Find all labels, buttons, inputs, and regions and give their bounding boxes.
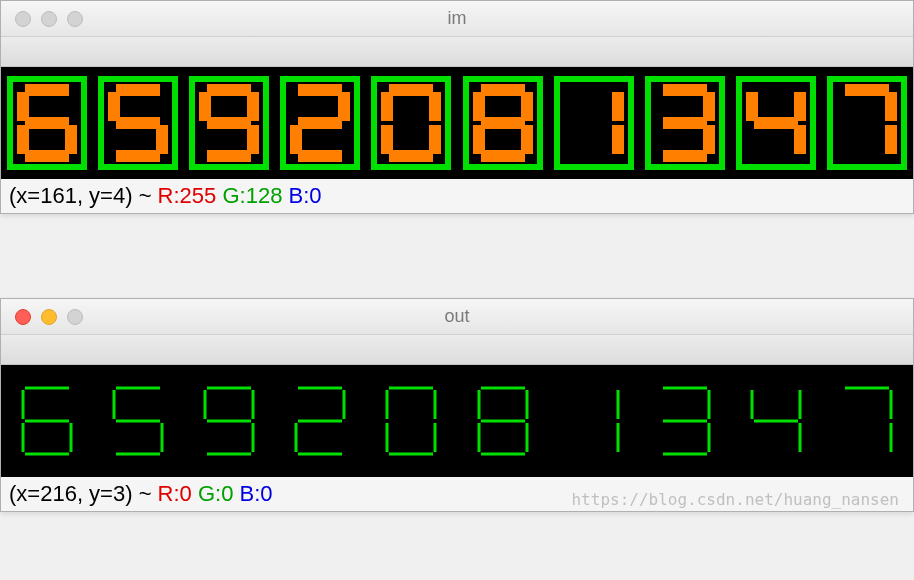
digit-cell — [827, 374, 907, 468]
digit-cell — [645, 374, 725, 468]
digit-cell — [736, 76, 816, 170]
digit-cell — [7, 374, 87, 468]
statusbar-im: (x=161, y=4) ~ R:255 G:128 B:0 — [1, 179, 913, 213]
digit-cell — [7, 76, 87, 170]
window-im: im (x=161, y=4) ~ R:255 G:128 B:0 — [0, 0, 914, 214]
digit-cell — [98, 374, 178, 468]
digit-cell — [554, 374, 634, 468]
digit-cell — [554, 76, 634, 170]
digit-cell — [827, 76, 907, 170]
digit-cell — [371, 374, 451, 468]
digit-cell — [463, 76, 543, 170]
window-out: out (x=216, y=3) ~ R:0 G:0 B:0 https://b… — [0, 298, 914, 512]
toolbar-out — [1, 335, 913, 365]
titlebar-im[interactable]: im — [1, 1, 913, 37]
image-canvas-im — [1, 67, 913, 179]
titlebar-out[interactable]: out — [1, 299, 913, 335]
b-value: B:0 — [289, 183, 322, 209]
toolbar-im — [1, 37, 913, 67]
r-value: R:255 — [158, 183, 217, 209]
digit-row-im — [1, 67, 913, 179]
digit-cell — [189, 374, 269, 468]
g-value: G:128 — [222, 183, 282, 209]
coord-readout: (x=216, y=3) ~ — [9, 481, 151, 507]
digit-cell — [98, 76, 178, 170]
digit-cell — [280, 76, 360, 170]
r-value: R:0 — [158, 481, 192, 507]
window-title-im: im — [1, 8, 913, 29]
watermark: https://blog.csdn.net/huang_nansen — [571, 490, 899, 509]
digit-cell — [371, 76, 451, 170]
digit-cell — [645, 76, 725, 170]
digit-cell — [736, 374, 816, 468]
digit-cell — [189, 76, 269, 170]
b-value: B:0 — [240, 481, 273, 507]
g-value: G:0 — [198, 481, 233, 507]
image-canvas-out — [1, 365, 913, 477]
coord-readout: (x=161, y=4) ~ — [9, 183, 151, 209]
digit-cell — [280, 374, 360, 468]
digit-cell — [463, 374, 543, 468]
digit-row-out — [1, 365, 913, 477]
window-title-out: out — [1, 306, 913, 327]
